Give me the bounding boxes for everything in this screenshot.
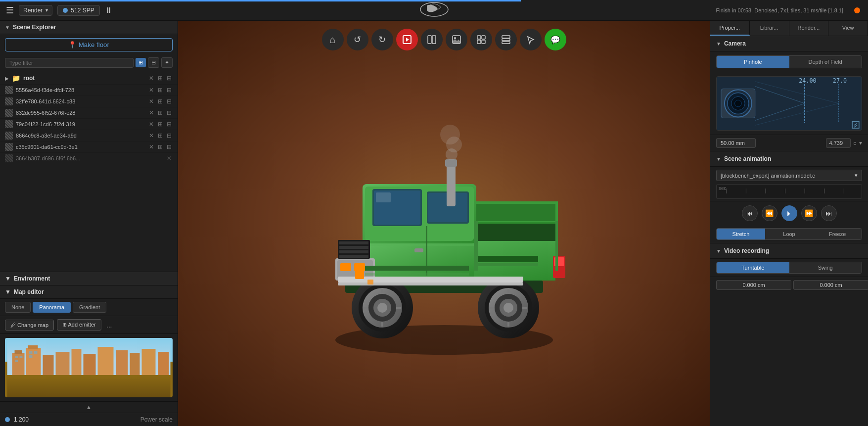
root-close-button[interactable]: ✕ (148, 75, 155, 82)
item-close-btn[interactable]: ✕ (148, 87, 155, 94)
item-copy-btn[interactable]: ⊞ (157, 121, 164, 128)
item-copy-btn[interactable]: ⊞ (157, 132, 164, 139)
item-copy-btn[interactable]: ⊞ (157, 87, 164, 94)
item-texture-icon (5, 154, 13, 162)
root-item[interactable]: ▶ 📁 root ✕ ⊞ ⊟ (0, 72, 178, 85)
turntable-button[interactable]: Turntable (717, 262, 789, 273)
item-close-btn[interactable]: ✕ (148, 132, 155, 139)
svg-rect-8 (56, 352, 70, 375)
collapse-arrow[interactable]: ▲ (0, 401, 178, 413)
filter-magic-button[interactable]: ✦ (161, 57, 173, 68)
camera-arrow-icon: ▼ (716, 41, 721, 47)
rewind-button[interactable]: ⏪ (762, 205, 777, 221)
tab-library[interactable]: Librar... (750, 21, 789, 36)
list-item[interactable]: 8664c9c8-a3ef-ae34-a9d ✕ ⊞ ⊟ (0, 130, 178, 142)
camera-section-header: ▼ Camera (710, 36, 868, 51)
tab-render[interactable]: Render... (789, 21, 829, 36)
tab-view[interactable]: View (828, 21, 868, 36)
item-view-btn[interactable]: ⊟ (166, 143, 173, 150)
change-map-button[interactable]: 🖊 Change map (5, 320, 54, 331)
item-texture-icon (5, 97, 13, 105)
item-close-btn[interactable]: ✕ (148, 121, 155, 128)
render-dropdown[interactable]: Render ▾ (19, 5, 52, 16)
item-view-btn[interactable]: ⊟ (166, 109, 173, 116)
item-close-btn[interactable]: ✕ (148, 143, 155, 150)
item-copy-btn[interactable]: ⊞ (157, 143, 164, 150)
root-folder-icon: 📁 (12, 74, 20, 82)
more-options-button[interactable]: ... (104, 321, 114, 329)
filter-input[interactable] (5, 58, 134, 68)
tab-properties[interactable]: Proper... (710, 21, 750, 36)
map-tab-bar: None Panorama Gradient (0, 299, 178, 316)
item-name: 79c04f22-1cd6-7f2d-319 (16, 121, 145, 127)
hamburger-menu[interactable]: ☰ (6, 5, 14, 16)
play-button[interactable]: ⏵ (781, 205, 797, 221)
tab-panorama-button[interactable]: Panorama (33, 302, 71, 313)
add-emitter-button[interactable]: ⊕ Add emitter (57, 319, 101, 331)
svg-rect-16 (15, 356, 18, 358)
fstop-input[interactable] (826, 138, 851, 148)
video-recording-header: ▼ Video recording (710, 243, 868, 259)
item-view-btn[interactable]: ⊟ (166, 121, 173, 128)
root-expand-icon: ▶ (5, 76, 9, 81)
focal-length-row: c ▾ (710, 135, 868, 151)
item-copy-btn[interactable]: ⊞ (157, 109, 164, 116)
item-copy-btn[interactable]: ⊞ (157, 98, 164, 105)
focal-length-input[interactable] (716, 138, 756, 148)
list-item[interactable]: 32ffe780-641d-6624-c88 ✕ ⊞ ⊟ (0, 96, 178, 107)
animation-dropdown[interactable]: [blockbench_export] animation.model.c ▾ (716, 170, 862, 181)
swing-button[interactable]: Swing (789, 262, 862, 273)
item-texture-icon (5, 143, 13, 151)
list-item[interactable]: 79c04f22-1cd6-7f2d-319 ✕ ⊞ ⊟ (0, 119, 178, 130)
environment-title: Environment (14, 275, 50, 282)
spp-value: 512 SPP (71, 7, 94, 14)
root-copy-button[interactable]: ⊞ (157, 75, 164, 82)
image-view-button[interactable] (446, 29, 467, 50)
svg-rect-30 (482, 40, 485, 44)
pinhole-button[interactable]: Pinhole (717, 56, 789, 68)
loop-button[interactable]: Loop (765, 229, 814, 239)
item-close-btn[interactable]: ✕ (166, 155, 173, 162)
list-item[interactable]: 5556a45d-f3de-dfdf-728 ✕ ⊞ ⊟ (0, 85, 178, 96)
item-close-btn[interactable]: ✕ (148, 98, 155, 105)
stretch-button[interactable]: Stretch (717, 229, 765, 239)
filter-hierarchy-button[interactable]: ⊞ (136, 58, 146, 67)
svg-rect-90 (365, 266, 469, 271)
make-floor-button[interactable]: 📍 Make floor (5, 38, 173, 51)
item-view-btn[interactable]: ⊟ (166, 87, 173, 94)
coord-y-input[interactable] (793, 280, 868, 290)
redo-button[interactable]: ↻ (371, 29, 393, 50)
filter-flat-button[interactable]: ⊟ (148, 57, 159, 68)
layer-view-button[interactable] (495, 29, 517, 50)
skip-forward-button[interactable]: ⏭ (821, 205, 837, 221)
arrow-tool-button[interactable] (520, 29, 542, 50)
playback-controls: ⏮ ⏪ ⏵ ⏩ ⏭ (710, 201, 868, 225)
timeline[interactable]: sec (716, 184, 862, 199)
list-item[interactable]: 832dc955-6f52-676f-e28 ✕ ⊞ ⊟ (0, 107, 178, 119)
item-view-btn[interactable]: ⊟ (166, 132, 173, 139)
svg-rect-28 (482, 36, 485, 39)
dof-button[interactable]: Depth of Field (789, 56, 862, 68)
item-close-btn[interactable]: ✕ (148, 109, 155, 116)
freeze-button[interactable]: Freeze (813, 229, 862, 239)
skip-back-button[interactable]: ⏮ (742, 205, 758, 221)
exit-mode-button[interactable] (396, 29, 418, 50)
coord-x-input[interactable] (716, 280, 791, 290)
split-view-button[interactable] (421, 29, 443, 50)
undo-button[interactable]: ↺ (347, 29, 368, 50)
svg-rect-20 (34, 351, 38, 354)
home-view-button[interactable]: ⌂ (322, 29, 344, 50)
list-item[interactable]: 3664b307-d696-6f6f-6b6... ✕ (0, 153, 178, 164)
item-view-btn[interactable]: ⊟ (166, 98, 173, 105)
root-view-button[interactable]: ⊟ (166, 75, 173, 82)
pause-button[interactable]: ⏸ (105, 6, 113, 15)
viewport[interactable]: ⌂ ↺ ↻ (178, 21, 710, 426)
playback-mode-bar: Stretch Loop Freeze (716, 228, 862, 240)
forward-button[interactable]: ⏩ (801, 205, 817, 221)
tab-none-button[interactable]: None (5, 302, 31, 313)
grid-view-button[interactable] (470, 29, 492, 50)
tab-gradient-button[interactable]: Gradient (73, 302, 106, 313)
discord-button[interactable]: 💬 (545, 29, 566, 50)
list-item[interactable]: c35c9601-da61-cc9d-3e1 ✕ ⊞ ⊟ (0, 142, 178, 153)
fstop-dropdown-icon[interactable]: ▾ (859, 140, 862, 146)
